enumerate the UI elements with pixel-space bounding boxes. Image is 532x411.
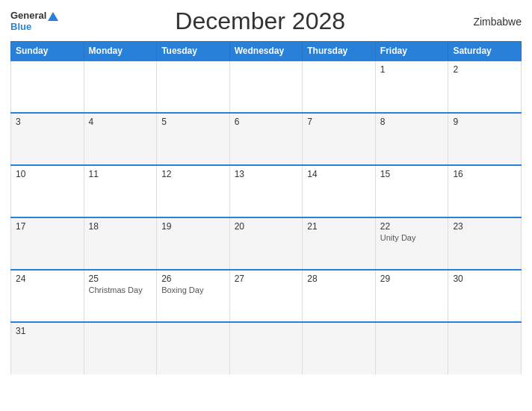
day-number: 21 xyxy=(307,221,371,232)
calendar-cell: 28 xyxy=(303,270,376,322)
calendar-cell xyxy=(84,61,157,113)
weekday-header-tuesday: Tuesday xyxy=(157,42,230,61)
calendar-cell: 31 xyxy=(11,322,84,374)
calendar-container: General Blue December 2028 Zimbabwe Sund… xyxy=(0,0,532,411)
calendar-cell: 7 xyxy=(303,113,376,165)
calendar-cell: 26Boxing Day xyxy=(157,270,230,322)
calendar-cell: 8 xyxy=(375,113,448,165)
logo: General Blue xyxy=(10,10,58,32)
day-number: 5 xyxy=(161,117,225,127)
calendar-table: SundayMondayTuesdayWednesdayThursdayFrid… xyxy=(10,41,522,374)
weekday-header-thursday: Thursday xyxy=(303,42,376,61)
day-number: 1 xyxy=(380,64,444,75)
weekday-header-wednesday: Wednesday xyxy=(229,42,303,61)
day-number: 4 xyxy=(89,117,152,127)
country-label: Zimbabwe xyxy=(462,16,522,28)
day-number: 11 xyxy=(89,169,152,179)
calendar-cell: 25Christmas Day xyxy=(84,270,157,322)
calendar-cell: 4 xyxy=(84,113,157,165)
day-number: 15 xyxy=(380,169,444,179)
calendar-cell: 16 xyxy=(448,165,522,217)
calendar-cell: 12 xyxy=(157,165,230,217)
calendar-cell: 21 xyxy=(303,217,376,270)
day-number: 24 xyxy=(16,274,79,284)
calendar-cell: 29 xyxy=(375,270,448,322)
calendar-cell xyxy=(229,322,303,374)
calendar-cell: 15 xyxy=(375,165,448,217)
logo-blue-text: Blue xyxy=(10,22,31,32)
calendar-cell: 23 xyxy=(448,217,522,270)
day-number: 22 xyxy=(380,221,444,232)
calendar-cell: 3 xyxy=(11,113,84,165)
calendar-cell: 14 xyxy=(303,165,376,217)
day-number: 16 xyxy=(453,169,516,179)
calendar-cell: 6 xyxy=(229,113,303,165)
day-number: 3 xyxy=(16,117,79,127)
calendar-cell xyxy=(229,61,303,113)
calendar-cell xyxy=(157,61,230,113)
calendar-cell xyxy=(84,322,157,374)
holiday-name: Unity Day xyxy=(380,233,444,242)
day-number: 13 xyxy=(235,169,298,179)
day-number: 20 xyxy=(235,221,298,232)
calendar-cell: 1 xyxy=(375,61,448,113)
calendar-cell: 27 xyxy=(229,270,303,322)
calendar-cell: 10 xyxy=(11,165,84,217)
day-number: 7 xyxy=(307,117,371,127)
calendar-cell xyxy=(375,322,448,374)
logo-general-text: General xyxy=(10,10,58,21)
calendar-cell xyxy=(11,61,84,113)
calendar-header-row: SundayMondayTuesdayWednesdayThursdayFrid… xyxy=(11,42,522,61)
day-number: 14 xyxy=(307,169,371,179)
calendar-body: 12345678910111213141516171819202122Unity… xyxy=(11,61,522,374)
day-number: 12 xyxy=(161,169,225,179)
calendar-cell: 24 xyxy=(11,270,84,322)
calendar-cell: 5 xyxy=(157,113,230,165)
day-number: 29 xyxy=(380,274,444,284)
weekday-header-friday: Friday xyxy=(375,42,448,61)
weekday-header-monday: Monday xyxy=(84,42,157,61)
calendar-cell: 22Unity Day xyxy=(375,217,448,270)
day-number: 27 xyxy=(235,274,298,284)
day-number: 31 xyxy=(16,326,79,336)
day-number: 23 xyxy=(453,221,516,232)
weekday-header-saturday: Saturday xyxy=(448,42,522,61)
calendar-cell: 9 xyxy=(448,113,522,165)
weekday-header-sunday: Sunday xyxy=(11,42,84,61)
day-number: 9 xyxy=(453,117,516,127)
calendar-cell: 20 xyxy=(229,217,303,270)
holiday-name: Christmas Day xyxy=(89,285,152,294)
calendar-cell xyxy=(157,322,230,374)
day-number: 2 xyxy=(453,64,516,75)
day-number: 18 xyxy=(89,221,152,232)
day-number: 6 xyxy=(235,117,298,127)
day-number: 19 xyxy=(161,221,225,232)
calendar-cell: 17 xyxy=(11,217,84,270)
day-number: 10 xyxy=(16,169,79,179)
calendar-cell xyxy=(448,322,522,374)
calendar-cell: 30 xyxy=(448,270,522,322)
day-number: 26 xyxy=(161,274,225,284)
calendar-cell: 11 xyxy=(84,165,157,217)
calendar-cell xyxy=(303,322,376,374)
calendar-cell: 13 xyxy=(229,165,303,217)
calendar-cell: 18 xyxy=(84,217,157,270)
logo-triangle-icon xyxy=(48,12,58,21)
day-number: 17 xyxy=(16,221,79,232)
day-number: 8 xyxy=(380,117,444,127)
month-title: December 2028 xyxy=(58,7,462,35)
calendar-cell: 2 xyxy=(448,61,522,113)
calendar-cell: 19 xyxy=(157,217,230,270)
day-number: 25 xyxy=(89,274,152,284)
day-number: 30 xyxy=(453,274,516,284)
calendar-cell xyxy=(303,61,376,113)
day-number: 28 xyxy=(307,274,371,284)
holiday-name: Boxing Day xyxy=(161,285,225,294)
calendar-header: General Blue December 2028 Zimbabwe xyxy=(10,7,522,35)
